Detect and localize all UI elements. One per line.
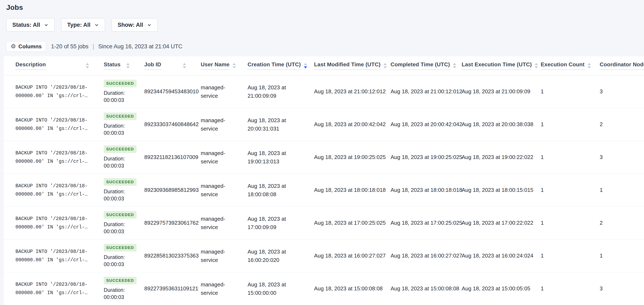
column-header-user-name[interactable]: User Name xyxy=(189,56,236,75)
duration-label: Duration: xyxy=(104,122,128,129)
last-execution-time-cell: Aug 18, 2023 at 18:00:15:015 xyxy=(450,174,529,206)
job-id-cell: 892273953631109121 xyxy=(132,272,189,305)
execution-count-cell: 1 xyxy=(529,206,588,239)
creation-time-cell: Aug 18, 2023 at 19:00:13:013 xyxy=(236,141,302,174)
sort-icon[interactable] xyxy=(232,63,236,68)
last-modified-time-cell: Aug 18, 2023 at 19:00:25:025 xyxy=(302,141,379,174)
sort-icon[interactable] xyxy=(126,63,130,68)
status-badge: SUCCEEDED xyxy=(104,145,136,153)
columns-button[interactable]: ⚙ Columns xyxy=(6,41,46,52)
column-label: Completed Time (UTC) xyxy=(390,61,450,70)
chevron-down-icon xyxy=(147,23,152,28)
show-filter-dropdown[interactable]: Show: All xyxy=(112,18,158,32)
completed-time-cell: Aug 18, 2023 at 21:00:12:012 xyxy=(379,75,450,108)
job-status-cell: SUCCEEDED Duration: 00:00:03 xyxy=(92,174,132,206)
table-row: BACKUP INTO '/2023/08/18-000000.00' IN '… xyxy=(4,272,644,305)
status-badge: SUCCEEDED xyxy=(104,211,136,219)
table-header-row: Description Status Job ID User Name Crea… xyxy=(4,56,644,75)
sort-desc-active-icon[interactable] xyxy=(304,63,307,68)
chevron-down-icon xyxy=(94,23,99,28)
sort-icon[interactable] xyxy=(183,63,186,68)
job-id-cell: 892309368985812993 xyxy=(132,174,189,206)
duration-label: Duration: xyxy=(104,188,128,195)
execution-count-cell: 1 xyxy=(529,239,588,272)
completed-time-cell: Aug 18, 2023 at 19:00:25:025 xyxy=(379,141,450,174)
table-toolbar: ⚙ Columns 1-20 of 55 jobs | Since Aug 16… xyxy=(6,41,644,52)
coordinator-node-cell: 1 xyxy=(588,174,644,206)
job-description-cell: BACKUP INTO '/2023/08/18-000000.00' IN '… xyxy=(4,174,92,206)
last-execution-time-cell: Aug 18, 2023 at 20:00:38:038 xyxy=(450,108,529,141)
job-status-cell: SUCCEEDED Duration: 00:00:03 xyxy=(92,108,132,141)
execution-count-cell: 1 xyxy=(529,108,588,141)
last-modified-time-cell: Aug 18, 2023 at 16:00:27:027 xyxy=(302,239,379,272)
column-header-description[interactable]: Description xyxy=(4,56,92,75)
column-label: Last Execution Time (UTC) xyxy=(462,61,532,70)
filter-bar: Status: All Type: All Show: All xyxy=(6,18,644,32)
status-badge: SUCCEEDED xyxy=(104,178,136,186)
last-execution-time-cell: Aug 18, 2023 at 17:00:22:022 xyxy=(450,206,529,239)
completed-time-cell: Aug 18, 2023 at 20:00:42:042 xyxy=(379,108,450,141)
show-filter-label: Show: All xyxy=(118,22,143,28)
type-filter-dropdown[interactable]: Type: All xyxy=(61,18,105,32)
column-label: Job ID xyxy=(144,61,161,70)
duration-value: 00:00:03 xyxy=(104,261,128,268)
execution-count-cell: 1 xyxy=(529,75,588,108)
duration-label: Duration: xyxy=(104,89,128,96)
duration-value: 00:00:03 xyxy=(104,195,128,202)
duration-value: 00:00:03 xyxy=(104,129,128,136)
sort-icon[interactable] xyxy=(384,63,387,68)
creation-time-cell: Aug 18, 2023 at 20:00:31:031 xyxy=(236,108,302,141)
column-header-status[interactable]: Status xyxy=(92,56,132,75)
completed-time-cell: Aug 18, 2023 at 17:00:25:025 xyxy=(379,206,450,239)
last-modified-time-cell: Aug 18, 2023 at 15:00:08:08 xyxy=(302,272,379,305)
table-row: BACKUP INTO '/2023/08/18-000000.00' IN '… xyxy=(4,206,644,239)
last-modified-time-cell: Aug 18, 2023 at 20:00:42:042 xyxy=(302,108,379,141)
execution-count-cell: 1 xyxy=(529,174,588,206)
type-filter-label: Type: All xyxy=(67,22,90,28)
duration-label: Duration: xyxy=(104,286,128,293)
column-header-creation-time[interactable]: Creation Time (UTC) xyxy=(236,56,302,75)
completed-time-cell: Aug 18, 2023 at 15:00:08:08 xyxy=(379,272,450,305)
column-label: Coordinator Node xyxy=(600,61,644,70)
coordinator-node-cell: 3 xyxy=(588,141,644,174)
column-header-coordinator-node[interactable]: Coordinator Node xyxy=(588,56,644,75)
duration-value: 00:00:03 xyxy=(104,228,128,235)
column-header-job-id[interactable]: Job ID xyxy=(132,56,189,75)
columns-button-label: Columns xyxy=(18,43,42,50)
table-row: BACKUP INTO '/2023/08/18-000000.00' IN '… xyxy=(4,141,644,174)
sort-icon[interactable] xyxy=(535,63,538,68)
results-since: Since Aug 16, 2023 at 21:04 UTC xyxy=(98,43,182,50)
job-status-cell: SUCCEEDED Duration: 00:00:03 xyxy=(92,239,132,272)
status-badge: SUCCEEDED xyxy=(104,244,136,251)
execution-count-cell: 1 xyxy=(529,141,588,174)
sort-icon[interactable] xyxy=(86,63,89,68)
job-status-cell: SUCCEEDED Duration: 00:00:03 xyxy=(92,75,132,108)
table-row: BACKUP INTO '/2023/08/18-000000.00' IN '… xyxy=(4,174,644,206)
duration-value: 00:00:03 xyxy=(104,162,128,169)
gear-icon: ⚙ xyxy=(11,44,16,49)
status-badge: SUCCEEDED xyxy=(104,277,136,284)
status-filter-label: Status: All xyxy=(12,22,40,28)
jobs-table: Description Status Job ID User Name Crea… xyxy=(4,56,644,305)
column-label: User Name xyxy=(201,61,230,70)
table-row: BACKUP INTO '/2023/08/18-000000.00' IN '… xyxy=(4,75,644,108)
table-row: BACKUP INTO '/2023/08/18-000000.00' IN '… xyxy=(4,239,644,272)
status-badge: SUCCEEDED xyxy=(104,80,136,87)
job-id-cell: 892297573923061762 xyxy=(132,206,189,239)
job-description-cell: BACKUP INTO '/2023/08/18-000000.00' IN '… xyxy=(4,75,92,108)
last-modified-time-cell: Aug 18, 2023 at 17:00:25:025 xyxy=(302,206,379,239)
creation-time-cell: Aug 18, 2023 at 21:00:09:09 xyxy=(236,75,302,108)
job-status-cell: SUCCEEDED Duration: 00:00:03 xyxy=(92,272,132,305)
column-header-last-execution-time[interactable]: Last Execution Time (UTC) xyxy=(450,56,529,75)
duration-value: 00:00:03 xyxy=(104,96,128,104)
column-header-last-modified-time[interactable]: Last Modified Time (UTC) xyxy=(302,56,379,75)
duration-label: Duration: xyxy=(104,253,128,261)
table-row: BACKUP INTO '/2023/08/18-000000.00' IN '… xyxy=(4,108,644,141)
job-description-cell: BACKUP INTO '/2023/08/18-000000.00' IN '… xyxy=(4,272,92,305)
sort-icon[interactable] xyxy=(588,63,591,68)
page-title: Jobs xyxy=(0,0,644,12)
column-header-completed-time[interactable]: Completed Time (UTC) xyxy=(379,56,450,75)
sort-icon[interactable] xyxy=(453,63,456,68)
status-filter-dropdown[interactable]: Status: All xyxy=(6,18,54,32)
coordinator-node-cell: 1 xyxy=(588,239,644,272)
